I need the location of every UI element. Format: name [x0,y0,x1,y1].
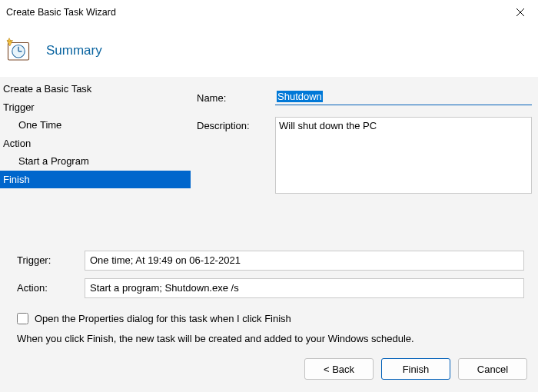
open-properties-option[interactable]: Open the Properties dialog for this task… [17,312,524,326]
close-icon [516,8,524,16]
description-field[interactable] [275,117,532,194]
description-label: Description: [197,117,271,131]
back-button[interactable]: < Back [304,358,374,380]
wizard-step[interactable]: Finish [0,171,191,189]
wizard-step[interactable]: One Time [0,116,191,135]
action-label: Action: [17,282,85,294]
finish-button[interactable]: Finish [381,358,450,380]
summary-form: Name: Shutdown Description: [191,77,538,240]
wizard-steps-nav: Create a Basic TaskTriggerOne TimeAction… [0,77,191,240]
options-area: Open the Properties dialog for this task… [0,306,538,347]
wizard-window: Create Basic Task Wizard Summary Create … [0,0,538,392]
task-wizard-icon [5,37,32,65]
trigger-label: Trigger: [17,254,85,266]
open-properties-label: Open the Properties dialog for this task… [35,312,291,326]
window-title: Create Basic Task Wizard [6,7,116,18]
name-label: Name: [197,89,271,104]
finish-hint-text: When you click Finish, the new task will… [17,332,524,346]
open-properties-checkbox[interactable] [17,313,28,324]
svg-marker-7 [8,38,12,42]
wizard-body: Create a Basic TaskTriggerOne TimeAction… [0,77,538,392]
name-value-selected: Shutdown [277,91,323,102]
summary-readout: Trigger: One time; At 19:49 on 06-12-202… [0,240,538,306]
wizard-step[interactable]: Action [0,135,191,153]
name-field[interactable]: Shutdown [275,89,532,109]
titlebar: Create Basic Task Wizard [0,0,538,25]
cancel-button[interactable]: Cancel [458,358,527,380]
wizard-step[interactable]: Start a Program [0,152,191,171]
wizard-step[interactable]: Create a Basic Task [0,80,191,98]
action-value[interactable]: Start a program; Shutdown.exe /s [85,278,524,298]
wizard-header: Summary [0,25,538,77]
wizard-buttons: < Back Finish Cancel [0,347,538,392]
page-title: Summary [46,43,102,58]
close-button[interactable] [503,0,538,25]
trigger-value[interactable]: One time; At 19:49 on 06-12-2021 [85,251,524,271]
wizard-step[interactable]: Trigger [0,98,191,117]
